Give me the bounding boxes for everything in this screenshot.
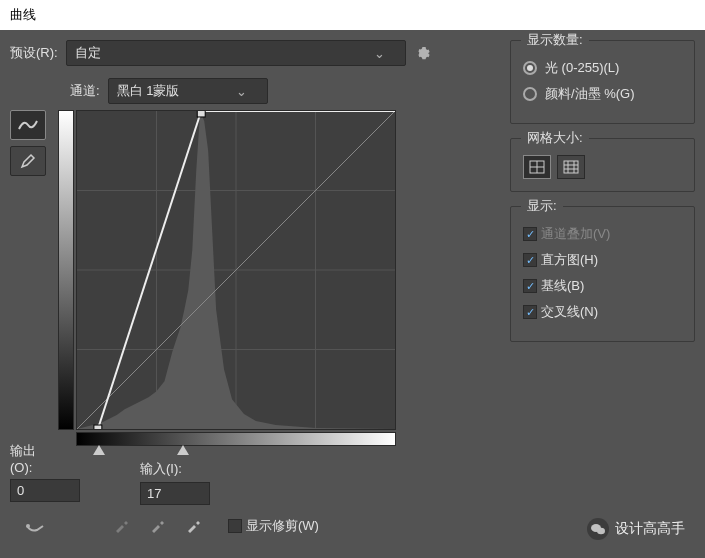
wechat-icon <box>587 518 609 540</box>
output-gradient <box>58 110 74 430</box>
show-panel-title: 显示: <box>521 197 563 215</box>
watermark: 设计高高手 <box>587 518 685 540</box>
show-panel: 显示: 通道叠加(V) 直方图(H) 基线(B) 交叉线(N) <box>510 206 695 342</box>
grid-large-button[interactable] <box>557 155 585 179</box>
histogram-label: 直方图(H) <box>541 251 598 269</box>
intersection-label: 交叉线(N) <box>541 303 598 321</box>
input-gradient <box>76 432 396 446</box>
chevron-down-icon: ⌄ <box>236 84 247 99</box>
curve-point[interactable] <box>94 425 102 430</box>
radio-icon <box>523 87 537 101</box>
baseline-checkbox[interactable]: 基线(B) <box>523 277 682 295</box>
white-eyedropper-icon[interactable] <box>182 515 204 537</box>
radio-icon <box>523 61 537 75</box>
show-clipping-label: 显示修剪(W) <box>246 517 319 535</box>
checkbox-icon <box>523 227 537 241</box>
checkbox-icon <box>523 253 537 267</box>
grid-size-title: 网格大小: <box>521 129 589 147</box>
channel-value: 黑白 1蒙版 <box>117 82 180 100</box>
pigment-radio-label: 颜料/油墨 %(G) <box>545 85 635 103</box>
checkbox-icon <box>523 279 537 293</box>
mid-point-slider[interactable] <box>177 445 189 455</box>
svg-point-7 <box>26 524 30 528</box>
window-title: 曲线 <box>0 0 705 30</box>
svg-rect-11 <box>564 161 578 173</box>
display-amount-panel: 显示数量: 光 (0-255)(L) 颜料/油墨 %(G) <box>510 40 695 124</box>
input-input[interactable] <box>140 482 210 505</box>
black-point-slider[interactable] <box>93 445 105 455</box>
channel-select[interactable]: 黑白 1蒙版 ⌄ <box>108 78 268 104</box>
channel-overlay-label: 通道叠加(V) <box>541 225 610 243</box>
watermark-text: 设计高高手 <box>615 520 685 538</box>
histogram-checkbox[interactable]: 直方图(H) <box>523 251 682 269</box>
checkbox-icon <box>228 519 242 533</box>
channel-overlay-checkbox: 通道叠加(V) <box>523 225 682 243</box>
light-radio[interactable]: 光 (0-255)(L) <box>523 59 682 77</box>
output-label: 输出(O): <box>10 442 50 475</box>
display-amount-title: 显示数量: <box>521 31 589 49</box>
pencil-tool-button[interactable] <box>10 146 46 176</box>
curve-tool-button[interactable] <box>10 110 46 140</box>
preset-label: 预设(R): <box>10 44 58 62</box>
svg-point-17 <box>597 528 605 534</box>
preset-value: 自定 <box>75 44 101 62</box>
preset-select[interactable]: 自定 ⌄ <box>66 40 406 66</box>
black-eyedropper-icon[interactable] <box>110 515 132 537</box>
input-label: 输入(I): <box>140 460 182 478</box>
gear-icon[interactable] <box>414 45 430 61</box>
gray-eyedropper-icon[interactable] <box>146 515 168 537</box>
curve-point[interactable] <box>197 110 205 117</box>
grid-size-panel: 网格大小: <box>510 138 695 192</box>
channel-label: 通道: <box>70 82 100 100</box>
light-radio-label: 光 (0-255)(L) <box>545 59 619 77</box>
chevron-down-icon: ⌄ <box>374 46 385 61</box>
curves-graph[interactable] <box>76 110 396 430</box>
pigment-radio[interactable]: 颜料/油墨 %(G) <box>523 85 682 103</box>
show-clipping-checkbox[interactable]: 显示修剪(W) <box>228 517 319 535</box>
hand-icon[interactable] <box>24 515 46 537</box>
baseline-label: 基线(B) <box>541 277 584 295</box>
intersection-checkbox[interactable]: 交叉线(N) <box>523 303 682 321</box>
grid-small-button[interactable] <box>523 155 551 179</box>
checkbox-icon <box>523 305 537 319</box>
